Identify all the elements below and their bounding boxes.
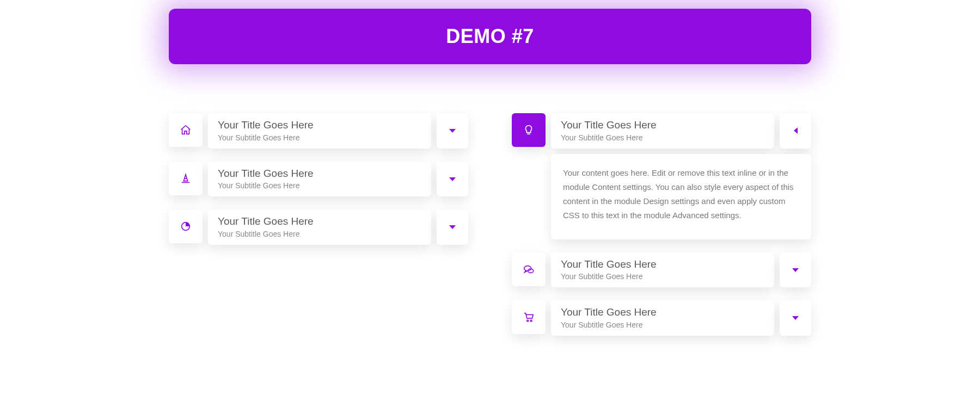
accordion-item: Your Title Goes Here Your Subtitle Goes … xyxy=(512,252,811,288)
home-icon xyxy=(169,113,203,147)
accordion-title: Your Title Goes Here xyxy=(561,119,764,132)
accordion-title: Your Title Goes Here xyxy=(218,215,421,229)
accordion-title: Your Title Goes Here xyxy=(561,258,764,272)
accordion-content: Your content goes here. Edit or remove t… xyxy=(551,154,811,239)
page-banner: DEMO #7 xyxy=(169,9,811,64)
accordion-item: Your Title Goes Here Your Subtitle Goes … xyxy=(512,300,811,336)
accordion-header[interactable]: Your Title Goes Here Your Subtitle Goes … xyxy=(208,209,431,245)
chevron-down-icon xyxy=(449,177,456,181)
accordion-item-open: Your Title Goes Here Your Subtitle Goes … xyxy=(512,113,811,239)
accordion-toggle-button[interactable] xyxy=(780,113,811,149)
svg-point-4 xyxy=(530,320,532,322)
accordion-item: Your Title Goes Here Your Subtitle Goes … xyxy=(169,113,468,149)
right-column: Your Title Goes Here Your Subtitle Goes … xyxy=(512,113,811,336)
accordion-subtitle: Your Subtitle Goes Here xyxy=(218,133,421,142)
chevron-left-icon xyxy=(794,127,798,134)
accordion-subtitle: Your Subtitle Goes Here xyxy=(561,320,764,329)
accordion-toggle-button[interactable] xyxy=(437,113,468,149)
accordion-toggle-button[interactable] xyxy=(780,252,811,288)
chevron-down-icon xyxy=(792,316,799,320)
svg-point-3 xyxy=(527,320,529,322)
accordion-header[interactable]: Your Title Goes Here Your Subtitle Goes … xyxy=(551,113,774,149)
chevron-down-icon xyxy=(449,225,456,229)
chevron-down-icon xyxy=(449,129,456,133)
accordion-item: Your Title Goes Here Your Subtitle Goes … xyxy=(169,209,468,245)
content-spacer xyxy=(512,154,546,239)
left-column: Your Title Goes Here Your Subtitle Goes … xyxy=(169,113,468,336)
accordion-title: Your Title Goes Here xyxy=(218,167,421,181)
accordion-header[interactable]: Your Title Goes Here Your Subtitle Goes … xyxy=(551,252,774,288)
accordion-subtitle: Your Subtitle Goes Here xyxy=(218,230,421,238)
accordion-header[interactable]: Your Title Goes Here Your Subtitle Goes … xyxy=(208,113,431,149)
accordion-header[interactable]: Your Title Goes Here Your Subtitle Goes … xyxy=(551,300,774,336)
chat-icon xyxy=(512,252,546,286)
accordion-item: Your Title Goes Here Your Subtitle Goes … xyxy=(169,162,468,197)
accordion-subtitle: Your Subtitle Goes Here xyxy=(561,133,764,142)
banner-title: DEMO #7 xyxy=(446,25,534,47)
accordion-header[interactable]: Your Title Goes Here Your Subtitle Goes … xyxy=(208,162,431,197)
chevron-down-icon xyxy=(792,268,799,272)
cart-icon xyxy=(512,300,546,334)
accordion-toggle-button[interactable] xyxy=(437,162,468,197)
accordion-subtitle: Your Subtitle Goes Here xyxy=(561,272,764,281)
accordion-columns: Your Title Goes Here Your Subtitle Goes … xyxy=(169,113,811,336)
accordion-title: Your Title Goes Here xyxy=(218,119,421,132)
accordion-subtitle: Your Subtitle Goes Here xyxy=(218,181,421,190)
cone-icon xyxy=(169,162,203,195)
pie-chart-icon xyxy=(169,209,203,243)
accordion-toggle-button[interactable] xyxy=(780,300,811,336)
lightbulb-icon xyxy=(512,113,546,147)
accordion-toggle-button[interactable] xyxy=(437,209,468,245)
accordion-body-text: Your content goes here. Edit or remove t… xyxy=(563,168,794,220)
accordion-title: Your Title Goes Here xyxy=(561,306,764,319)
